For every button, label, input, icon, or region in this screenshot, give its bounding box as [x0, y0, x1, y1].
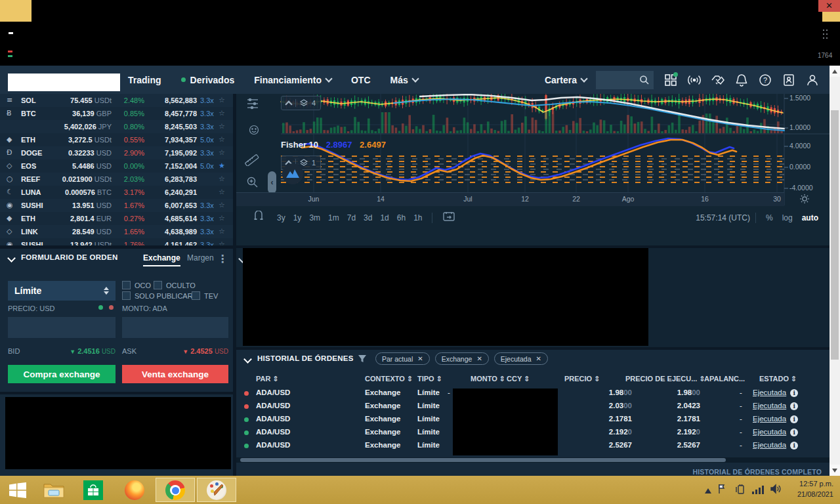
- search-input[interactable]: [596, 71, 654, 89]
- col-header-precio[interactable]: PRECIO⇕: [564, 375, 592, 383]
- status-link[interactable]: Ejecutada: [753, 402, 786, 410]
- star-icon[interactable]: ☆: [219, 146, 225, 159]
- col-header-precio-de-ejecu-[interactable]: PRECIO DE EJECU...⇕: [625, 375, 697, 383]
- magnet-tool-icon[interactable]: [253, 211, 264, 224]
- hidden-icons-button[interactable]: [705, 484, 711, 496]
- info-icon[interactable]: i: [790, 442, 798, 450]
- ruler-tool-icon[interactable]: [243, 150, 260, 167]
- status-cell[interactable]: Ejecutadai: [753, 388, 798, 397]
- filter-chip-par-actual[interactable]: Par actual✕: [375, 352, 430, 365]
- timeframe-1y[interactable]: 1y: [293, 213, 302, 222]
- indicators-tool-icon[interactable]: [244, 95, 261, 112]
- ask-row[interactable]: ASK ▼ 2.4525 USD: [122, 347, 228, 355]
- timeframe-7d[interactable]: 7d: [347, 213, 356, 222]
- chrome-button-active[interactable]: [156, 478, 195, 502]
- volume-icon[interactable]: [770, 484, 782, 497]
- taskbar-clock[interactable]: 12:57 p.m. 21/08/2021: [797, 478, 833, 499]
- collapse-chevron-icon[interactable]: [7, 254, 16, 262]
- star-icon[interactable]: ☆: [219, 173, 225, 186]
- x-axis[interactable]: Jun14Jul1222Ago1630: [236, 192, 784, 206]
- ticker-row-REEF[interactable]: ○REEF0.021900 USDt2.03%6,283,783☆: [0, 173, 233, 186]
- status-cell[interactable]: Ejecutadai: [753, 428, 798, 436]
- checkbox-solo-publicar[interactable]: SOLO PUBLICAR: [122, 291, 193, 300]
- apps-grid-icon[interactable]: [663, 72, 679, 88]
- ask-dot-icon[interactable]: [109, 305, 114, 310]
- checkbox-oco[interactable]: OCO: [122, 281, 151, 289]
- ticker-row-ETH[interactable]: ◆ETH2,801.4 EUR0.27%4,685,6143.3x☆: [0, 212, 233, 225]
- account-icon[interactable]: [805, 72, 820, 88]
- col-header-estado[interactable]: ESTADO⇕: [759, 375, 789, 383]
- nav-item-otc[interactable]: OTC: [351, 75, 371, 85]
- help-icon[interactable]: ?: [757, 72, 773, 88]
- col-header-monto[interactable]: MONTO⇕: [471, 375, 497, 383]
- star-icon[interactable]: ☆: [219, 225, 225, 238]
- star-icon[interactable]: ☆: [219, 133, 225, 146]
- ticker-row-LINK[interactable]: ◇LINK28.549 USD1.65%4,638,9893.3x☆: [0, 225, 233, 238]
- timeframe-6h[interactable]: 6h: [397, 213, 406, 222]
- ticker-row-SUSHI[interactable]: ◉SUSHI13.942 USDt1.76%4,161,4623.3x☆: [0, 238, 233, 245]
- nav-item-derivados[interactable]: Derivados: [181, 75, 235, 85]
- timeframe-3y[interactable]: 3y: [277, 213, 285, 222]
- network-signal-icon[interactable]: [752, 486, 764, 494]
- star-icon[interactable]: ☆: [219, 199, 225, 212]
- scroll-down-button[interactable]: [830, 465, 840, 476]
- status-link[interactable]: Ejecutada: [753, 388, 786, 396]
- power-icon[interactable]: [735, 484, 746, 497]
- star-icon[interactable]: ☆: [219, 94, 225, 107]
- window-close-button[interactable]: ✕: [818, 0, 840, 12]
- filter-chip-exchange[interactable]: Exchange✕: [435, 352, 489, 365]
- status-link[interactable]: Ejecutada: [753, 441, 786, 449]
- star-icon[interactable]: ☆: [219, 120, 225, 133]
- star-icon[interactable]: ☆: [219, 186, 225, 199]
- timeframe-1h[interactable]: 1h: [413, 213, 422, 222]
- filter-chip-ejecutada[interactable]: Ejecutada✕: [494, 352, 548, 365]
- timeframe-1d[interactable]: 1d: [380, 213, 388, 222]
- zoom-in-tool-icon[interactable]: [244, 174, 261, 191]
- handshake-icon[interactable]: [710, 72, 726, 88]
- col-header-apalanc-[interactable]: APALANC...: [704, 375, 745, 383]
- ticker-row-BTC[interactable]: ɃBTC36,139 GBP0.85%8,457,7783.3x☆: [0, 107, 233, 120]
- info-icon[interactable]: i: [790, 402, 798, 410]
- timeframe-3m[interactable]: 3m: [309, 213, 320, 222]
- checkbox-tev[interactable]: TEV: [192, 291, 218, 300]
- paint-button-active[interactable]: [197, 478, 236, 502]
- checkbox-oculto[interactable]: OCULTO: [154, 281, 196, 289]
- star-icon[interactable]: ☆: [219, 212, 225, 225]
- firefox-button[interactable]: [122, 478, 147, 502]
- tab-margen[interactable]: Margen: [187, 253, 214, 262]
- logo-redacted[interactable]: [8, 74, 120, 91]
- file-explorer-button[interactable]: [41, 478, 66, 502]
- status-cell[interactable]: Ejecutadai: [753, 402, 798, 410]
- broadcast-icon[interactable]: [686, 72, 702, 88]
- scale-%[interactable]: %: [766, 213, 773, 222]
- ticker-row-DOGE[interactable]: ÐDOGE0.32233 USD2.90%7,195,0923.3x☆: [0, 146, 233, 159]
- buy-button[interactable]: Compra exchange: [8, 365, 116, 383]
- star-icon[interactable]: ☆: [219, 238, 225, 245]
- status-cell[interactable]: Ejecutadai: [753, 415, 798, 423]
- star-filled-icon[interactable]: ★: [219, 159, 225, 173]
- tab-exchange[interactable]: Exchange: [143, 253, 180, 266]
- pane-controls-top[interactable]: 4: [281, 96, 321, 110]
- start-button[interactable]: [5, 478, 30, 502]
- sidebar-collapse-handle[interactable]: ‹: [268, 171, 276, 194]
- vertical-scrollbar-thumb[interactable]: [831, 110, 839, 360]
- status-link[interactable]: Ejecutada: [753, 428, 786, 436]
- scale-log[interactable]: log: [782, 213, 793, 222]
- sell-button[interactable]: Venta exchange: [122, 365, 228, 383]
- ticker-row-EOS[interactable]: ◇EOS5.4486 USD0.00%7,152,0045.0x★: [0, 159, 233, 173]
- vertical-scrollbar[interactable]: [830, 66, 840, 476]
- full-history-link[interactable]: HISTORIAL DE ÓRDENES COMPLETO: [692, 468, 822, 476]
- info-icon[interactable]: i: [790, 389, 798, 397]
- scale-auto[interactable]: auto: [802, 213, 818, 222]
- horizontal-scrollbar[interactable]: [236, 457, 830, 463]
- timeframe-3d[interactable]: 3d: [364, 213, 372, 222]
- col-header-ccy[interactable]: CCY⇕: [507, 375, 522, 383]
- chip-remove-icon[interactable]: ✕: [536, 355, 541, 362]
- amount-input[interactable]: [122, 317, 228, 338]
- calendar-icon[interactable]: [443, 211, 455, 224]
- store-button[interactable]: [81, 478, 106, 502]
- ticker-row-ETH[interactable]: ◆ETH3,272.5 USDt0.55%7,934,3575.0x☆: [0, 133, 233, 146]
- col-header-contexto[interactable]: CONTEXTO⇕: [365, 375, 405, 383]
- collapse-chevron-icon[interactable]: [243, 355, 252, 364]
- nav-item-trading[interactable]: Trading: [128, 75, 161, 85]
